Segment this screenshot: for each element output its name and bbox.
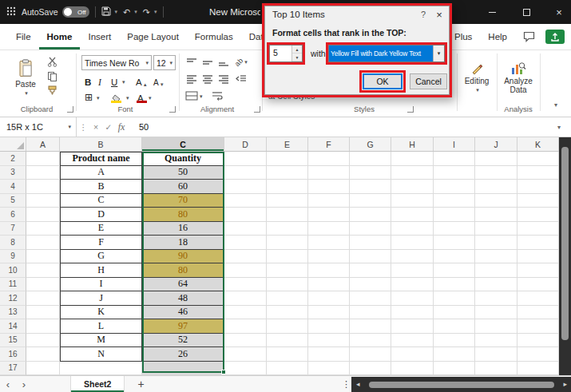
cell-B17[interactable] [60, 362, 142, 376]
row-header-17[interactable]: 17 [0, 362, 26, 376]
paste-dropdown-icon[interactable]: ▾ [25, 90, 28, 97]
tab-help[interactable]: Help [480, 32, 515, 42]
cell-I8[interactable] [434, 236, 475, 250]
tab-formulas[interactable]: Formulas [187, 24, 241, 49]
comments-button[interactable] [518, 31, 539, 42]
save-dropdown-icon[interactable]: ▾ [115, 9, 118, 15]
cell-G11[interactable] [350, 278, 391, 292]
autosave-control[interactable]: AutoSave Off [22, 6, 89, 18]
cell-C13[interactable]: 46 [142, 306, 224, 320]
combo-dropdown-icon[interactable]: ▾ [433, 46, 444, 61]
cell-F9[interactable] [308, 250, 350, 264]
cell-K14[interactable] [517, 319, 559, 334]
font-size-combo[interactable]: 12 ▾ [153, 55, 176, 70]
cell-E13[interactable] [267, 306, 308, 320]
row-header-5[interactable]: 5 [0, 194, 26, 208]
cell-I14[interactable] [434, 319, 475, 334]
column-header-C[interactable]: C [142, 137, 224, 151]
cell-G3[interactable] [350, 166, 391, 180]
collapse-ribbon-icon[interactable]: ▾ [554, 101, 557, 109]
cell-I5[interactable] [434, 194, 475, 208]
cell-H7[interactable] [391, 222, 434, 236]
cell-I3[interactable] [434, 166, 475, 180]
cell-F2[interactable] [308, 152, 350, 166]
cell-D17[interactable] [224, 362, 267, 376]
next-sheet-button[interactable]: › [16, 378, 32, 390]
cell-B6[interactable]: D [60, 208, 142, 222]
clipboard-dialog-launcher[interactable] [67, 106, 73, 113]
cell-K15[interactable] [517, 334, 559, 348]
cell-G4[interactable] [350, 180, 391, 194]
decrease-indent-button[interactable] [233, 72, 249, 85]
cell-D8[interactable] [224, 236, 267, 250]
font-color-button[interactable]: A [136, 89, 145, 103]
cut-button[interactable] [45, 55, 59, 68]
cell-A11[interactable] [26, 278, 60, 292]
close-window-button[interactable]: × [548, 0, 570, 24]
cell-C3[interactable]: 50 [142, 166, 224, 180]
minimize-button[interactable] [481, 0, 503, 24]
cell-I16[interactable] [434, 347, 475, 362]
underline-button[interactable]: U [109, 73, 119, 87]
cell-C4[interactable]: 60 [142, 180, 224, 194]
cell-H8[interactable] [391, 236, 434, 250]
row-header-9[interactable]: 9 [0, 250, 26, 264]
cell-D11[interactable] [224, 278, 267, 292]
cell-A17[interactable] [26, 362, 60, 376]
cell-J12[interactable] [475, 291, 517, 306]
cell-A8[interactable] [26, 236, 60, 250]
row-header-14[interactable]: 14 [0, 319, 26, 334]
cell-G17[interactable] [350, 362, 391, 376]
cell-A4[interactable] [26, 180, 60, 194]
row-header-16[interactable]: 16 [0, 347, 26, 362]
sheet-options-icon[interactable]: ⋮ [342, 379, 351, 390]
cell-G7[interactable] [350, 222, 391, 236]
scroll-left-icon[interactable]: ◂ [356, 380, 360, 388]
cell-D10[interactable] [224, 263, 267, 278]
cell-A6[interactable] [26, 208, 60, 222]
cell-B5[interactable]: C [60, 194, 142, 208]
alignment-dialog-launcher[interactable] [254, 106, 260, 113]
cell-E7[interactable] [267, 222, 308, 236]
row-header-6[interactable]: 6 [0, 208, 26, 222]
cell-C5[interactable]: 70 [142, 194, 224, 208]
cell-C9[interactable]: 90 [142, 250, 224, 264]
underline-dropdown-icon[interactable]: ▾ [122, 79, 125, 85]
cell-G6[interactable] [350, 208, 391, 222]
cell-K17[interactable] [517, 362, 559, 376]
cell-G9[interactable] [350, 250, 391, 264]
cell-D6[interactable] [224, 208, 267, 222]
italic-button[interactable]: I [97, 73, 103, 87]
cell-H16[interactable] [391, 347, 434, 362]
cell-B9[interactable]: G [60, 250, 142, 264]
column-header-E[interactable]: E [267, 137, 308, 151]
row-header-11[interactable]: 11 [0, 278, 26, 292]
cell-I7[interactable] [434, 222, 475, 236]
spinner-up-icon[interactable]: ▲ [292, 46, 302, 53]
cell-C16[interactable]: 26 [142, 347, 224, 362]
cell-E17[interactable] [267, 362, 308, 376]
select-all-corner[interactable] [0, 137, 26, 151]
cell-J7[interactable] [475, 222, 517, 236]
cell-G15[interactable] [350, 334, 391, 348]
cell-C8[interactable]: 18 [142, 236, 224, 250]
autosave-toggle[interactable]: Off [62, 6, 89, 18]
cell-E6[interactable] [267, 208, 308, 222]
cell-F7[interactable] [308, 222, 350, 236]
apps-grid-icon[interactable] [6, 6, 16, 18]
prev-sheet-button[interactable]: ‹ [0, 378, 16, 390]
cell-K4[interactable] [517, 180, 559, 194]
cell-C11[interactable]: 64 [142, 278, 224, 292]
cell-I13[interactable] [434, 306, 475, 320]
cell-J5[interactable] [475, 194, 517, 208]
cell-J10[interactable] [475, 263, 517, 278]
bold-button[interactable]: B [83, 73, 93, 87]
cell-I4[interactable] [434, 180, 475, 194]
column-header-I[interactable]: I [434, 137, 475, 151]
cell-K13[interactable] [517, 306, 559, 320]
paste-button[interactable]: Paste ▾ [10, 53, 42, 101]
insert-function-icon[interactable]: fx [115, 121, 128, 133]
cell-A14[interactable] [26, 319, 60, 334]
cell-J11[interactable] [475, 278, 517, 292]
redo-icon[interactable]: ↷ [143, 8, 150, 17]
